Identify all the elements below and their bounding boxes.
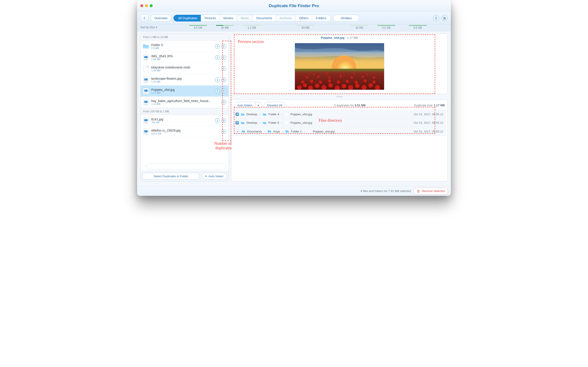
tab-archives: Archives [276, 15, 295, 22]
preview-image [295, 43, 384, 90]
dup-count-badge: 2 [221, 55, 226, 60]
zoom-window-button[interactable] [150, 4, 153, 7]
svg-point-9 [315, 83, 319, 88]
folder-icon [267, 130, 271, 133]
minimize-window-button[interactable] [145, 4, 148, 7]
svg-point-32 [350, 76, 353, 79]
tab-group: All Duplicates Pictures Movies Music Doc… [173, 15, 331, 22]
info-button[interactable]: i [433, 15, 439, 21]
svg-point-31 [339, 75, 342, 77]
select-duplicates-in-folder-button[interactable]: Select Duplicates in Folder [142, 173, 200, 179]
svg-point-21 [319, 81, 322, 84]
size-movies: 1.2 GB [240, 25, 264, 29]
list-item[interactable]: 8141.jpg752 KB 19 [140, 115, 229, 126]
rss-button[interactable] [441, 15, 448, 21]
folder-icon [285, 130, 289, 133]
svg-rect-41 [285, 121, 288, 125]
auto-select-details-button[interactable]: Auto Select [234, 102, 256, 108]
tab-all-duplicates[interactable]: All Duplicates [173, 15, 201, 22]
selected-count-badge: 1 [215, 118, 220, 123]
svg-point-24 [346, 80, 349, 83]
duplicate-row[interactable]: ▾ Documents› Asya› Folder 1› Poppies_uhd… [233, 127, 445, 136]
chevron-right-icon: › [281, 113, 283, 116]
svg-point-23 [337, 80, 340, 83]
tab-pictures[interactable]: Pictures [201, 15, 220, 22]
svg-point-38 [353, 73, 355, 75]
close-window-button[interactable] [140, 4, 143, 7]
svg-rect-42 [308, 130, 310, 133]
list-item[interactable]: hay_bales_agriculture_field_trees_house.… [140, 97, 229, 108]
list-item[interactable]: kitayskoe issledovanie.mobi1.94 MB 2 [140, 63, 229, 74]
list-item[interactable]: Poppies_uhd.jpg1.17 MB 23 [140, 85, 229, 97]
row-checkbox[interactable] [235, 121, 239, 125]
svg-point-13 [342, 84, 346, 88]
sort-by-dropdown[interactable]: Sort by Size ▾ [140, 26, 157, 29]
file-icon [285, 113, 289, 116]
file-list: Folder 32.9 MB 12 IMG_3543.JPG2.68 MB 12… [140, 41, 229, 108]
file-icon [307, 130, 311, 133]
duplicate-row[interactable]: Desktop› Folder 4› Poppies_uhd.jpg Oct 3… [233, 110, 445, 119]
svg-point-17 [368, 83, 373, 87]
dup-count-badge: 5 [221, 78, 226, 82]
list-item[interactable]: landscape-flowers.jpg1.44 MB 15 [140, 74, 229, 85]
back-button[interactable] [140, 14, 148, 22]
split-grip[interactable] [231, 96, 448, 98]
anno-dupcount-label: Number of duplicates [208, 142, 232, 150]
auto-select-split: Auto Select ▾ [234, 102, 261, 108]
dup-count-badge: 3 [221, 89, 226, 93]
folder-icon [263, 121, 267, 125]
titlebar: Duplicate File Finder Pro [137, 0, 451, 12]
tab-similars[interactable]: Similars [333, 15, 359, 22]
svg-rect-40 [285, 113, 288, 116]
tab-folders[interactable]: Folders [312, 15, 331, 22]
selection-status: 4 files and folders for 7.91 MB selected [361, 189, 411, 193]
selected-count-badge: 1 [215, 78, 220, 82]
details-panel: Auto Select ▾ Deselect All 3 duplicates … [231, 99, 448, 182]
dup-count-badge: 3 [221, 130, 226, 134]
folder-icon [241, 121, 245, 125]
svg-point-7 [303, 83, 307, 87]
size-documents: 63 MB [293, 25, 318, 29]
auto-select-button[interactable]: ✦ Auto Select [201, 173, 227, 179]
tab-overview[interactable]: Overview [151, 15, 171, 22]
grip-icon [336, 96, 343, 97]
deselect-all-button[interactable]: Deselect All [264, 102, 286, 108]
svg-point-20 [310, 80, 313, 83]
tab-music: Music [237, 15, 253, 22]
timestamp: Oct 31, 2017, 09:55:12 [414, 113, 443, 116]
tab-documents[interactable]: Documents [252, 15, 276, 22]
dup-count-badge: 2 [221, 67, 226, 71]
toolbar: Overview All Duplicates Pictures Movies … [137, 12, 451, 24]
tab-others[interactable]: Others [295, 15, 312, 22]
list-item[interactable]: IMG_3543.JPG2.68 MB 12 [140, 52, 229, 63]
row-checkbox[interactable] [235, 113, 239, 116]
size-pictures: 30 MB [213, 25, 237, 29]
list-item[interactable]: elitefon.ru_23929.jpg514.9 KB 3 [140, 126, 229, 137]
jpeg-icon [143, 99, 148, 105]
jpeg-icon [143, 117, 148, 124]
svg-point-29 [317, 76, 319, 78]
jpeg-icon [143, 88, 148, 94]
right-pane: Poppies_uhd.jpg - 1.17 MB [231, 33, 448, 182]
svg-point-27 [372, 80, 376, 83]
dup-count-badge: 3 [221, 100, 226, 105]
svg-point-16 [362, 85, 366, 90]
chevron-right-icon: › [281, 121, 283, 125]
duplicate-paths-list: Desktop› Folder 4› Poppies_uhd.jpg Oct 3… [233, 110, 446, 136]
svg-point-6 [297, 85, 301, 90]
size-strip: Sort by Size ▾ 4.5 GB 30 MB 1.2 GB 63 MB… [137, 24, 451, 31]
file-icon [285, 121, 289, 125]
chevron-right-icon: › [281, 130, 283, 133]
left-footer: Select Duplicates in Folder ✦ Auto Selec… [140, 171, 229, 181]
folder-icon [241, 113, 245, 116]
svg-point-19 [301, 80, 304, 83]
row-expand-dropdown[interactable]: ▾ [235, 130, 240, 133]
auto-select-dropdown[interactable]: ▾ [256, 102, 261, 108]
list-item[interactable]: Folder 32.9 MB 12 [140, 41, 229, 52]
svg-point-10 [321, 85, 326, 90]
status-bar: 4 files and folders for 7.91 MB selected… [137, 186, 451, 196]
dup-count-badge: 9 [221, 118, 226, 123]
remove-selected-button[interactable]: Remove Selected [414, 188, 448, 194]
tab-movies[interactable]: Movies [220, 15, 237, 22]
search-input[interactable] [146, 164, 226, 169]
